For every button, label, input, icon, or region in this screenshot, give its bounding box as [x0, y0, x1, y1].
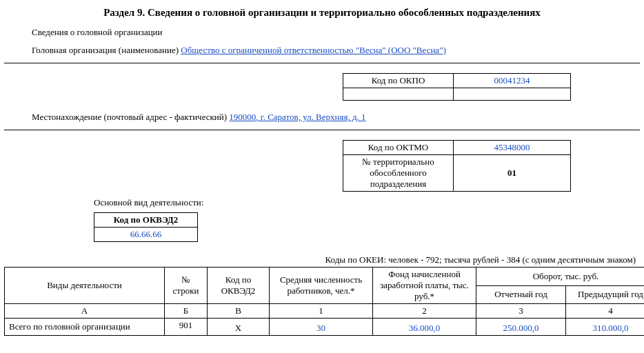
okpo-empty-label: [343, 88, 454, 101]
row-okved: Х: [208, 321, 270, 336]
oktmo-table: Код по ОКТМО 45348000 № территориально о…: [343, 140, 571, 192]
address-value[interactable]: 190000, г. Саратов, ул. Верхняя, д. 1: [229, 112, 365, 122]
okved-value[interactable]: 66.66.66: [94, 228, 198, 242]
main-activity-label: Основной вид деятельности:: [94, 197, 612, 208]
address-label: Местонахождение (почтовый адрес - фактич…: [32, 112, 229, 122]
row-turnover-report[interactable]: 250.000,0: [476, 321, 566, 336]
th-line-no: № строки: [165, 268, 208, 304]
okved-table: Код по ОКВЭД2 66.66.66: [94, 212, 198, 242]
section-title: Раздел 9. Сведения о головной организаци…: [4, 7, 640, 19]
divider: [4, 130, 640, 130]
okpo-empty-value: [454, 88, 571, 101]
okved-header: Код по ОКВЭД2: [94, 213, 198, 228]
th-okved: Код по ОКВЭД2: [208, 268, 270, 304]
letter-a: А: [5, 304, 165, 319]
letter-b: Б: [165, 304, 208, 319]
subtitle: Сведения о головной организации: [32, 27, 612, 38]
row-line-no: 901: [165, 319, 208, 336]
row-payroll[interactable]: 36.000,0: [373, 321, 476, 336]
row-turnover-prev[interactable]: 310.000,0: [566, 321, 645, 336]
th-prev-year: Предыдущий год: [566, 285, 645, 304]
row-name: Всего по головной организации: [5, 319, 165, 336]
th-workers: Средняя численность работников, чел.*: [270, 268, 373, 304]
division-value: 01: [454, 155, 571, 192]
org-label: Головная организация (наименование): [32, 45, 181, 55]
letter-1: 1: [270, 304, 373, 319]
oktmo-label: Код по ОКТМО: [343, 141, 454, 155]
letter-v: В: [208, 304, 270, 319]
okpo-label: Код по ОКПО: [343, 74, 454, 88]
letter-4: 4: [566, 304, 645, 319]
okpo-table: Код по ОКПО 00041234: [343, 73, 571, 101]
th-report-year: Отчетный год: [476, 285, 566, 304]
th-payroll: Фонд начисленной заработной платы, тыс. …: [373, 268, 476, 304]
th-turnover: Оборот, тыс. руб.: [476, 268, 645, 286]
okpo-value[interactable]: 00041234: [454, 74, 571, 88]
okei-note: Коды по ОКЕИ: человек - 792; тысяча рубл…: [4, 254, 636, 265]
division-label: № территориально обособленного подраздел…: [343, 155, 454, 192]
divider: [4, 63, 640, 63]
activity-table: Виды деятельности № строки Код по ОКВЭД2…: [4, 267, 644, 336]
letter-3: 3: [476, 304, 566, 319]
oktmo-value[interactable]: 45348000: [454, 141, 571, 155]
letter-2: 2: [373, 304, 476, 319]
th-activities: Виды деятельности: [5, 268, 165, 304]
org-name-value[interactable]: Общество с ограниченной ответственностью…: [181, 45, 445, 55]
row-workers[interactable]: 30: [270, 321, 373, 336]
